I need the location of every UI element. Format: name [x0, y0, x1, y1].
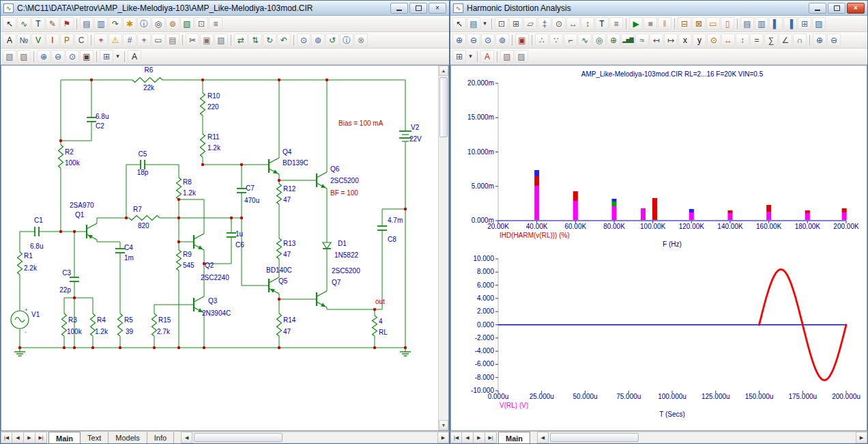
cascade-windows-icon[interactable]: ▨ [812, 17, 826, 30]
cursor-mode-icon[interactable]: ‡ [538, 17, 551, 30]
scroll-left-button[interactable]: ◀ [537, 432, 549, 443]
tab-models[interactable]: Models [108, 432, 147, 443]
info-circle-icon[interactable]: ⓘ [340, 33, 353, 46]
panel-list-icon[interactable]: ▤ [467, 17, 480, 30]
point-tag-icon[interactable]: ⊙ [552, 17, 566, 30]
tile-windows-icon[interactable]: ⊞ [798, 17, 811, 30]
text-tool-icon[interactable]: T [595, 17, 609, 30]
period-icon[interactable]: ∩ [793, 33, 807, 46]
close-button[interactable]: × [429, 3, 446, 14]
hscroll-track[interactable] [192, 432, 437, 443]
zoom-in-alt-icon[interactable]: ⊕ [813, 33, 826, 46]
grid-select-icon[interactable]: ⊞ [100, 50, 113, 63]
hscroll-track[interactable] [549, 432, 856, 443]
info-mode-icon[interactable]: ⓘ [137, 17, 151, 30]
close-button[interactable]: × [847, 3, 865, 14]
prev-page-button[interactable]: ◀ [12, 432, 24, 443]
analysis-options-icon[interactable]: ⊠ [692, 17, 706, 30]
slope-icon[interactable]: ∠ [779, 33, 792, 46]
copy-graph-icon[interactable]: ▣ [515, 33, 529, 46]
goto-y-icon[interactable]: y [693, 33, 706, 46]
zoom-area-icon[interactable]: ⊚ [495, 33, 509, 46]
paste-icon[interactable]: ▧ [214, 33, 228, 46]
scroll-down-button[interactable]: ▼ [439, 420, 448, 430]
scroll-right-button[interactable]: ▶ [856, 432, 867, 443]
select-tool-icon[interactable]: ↖ [452, 17, 466, 30]
crosshair-icon[interactable]: + [137, 33, 151, 46]
normalize-icon[interactable]: = [750, 33, 764, 46]
goto-x-icon[interactable]: x [678, 33, 692, 46]
grid-toggle-icon[interactable]: # [123, 33, 136, 46]
tag-point-icon[interactable]: ⊙ [707, 33, 721, 46]
data-points-icon[interactable]: ∴ [535, 33, 549, 46]
schematic-canvas[interactable]: +-R622kR10220R111.2k6.8uC2R2100kC518pR81… [1, 65, 449, 431]
pin-connections-icon[interactable]: + [94, 33, 108, 46]
split-vertical-icon[interactable]: ▥ [755, 17, 768, 30]
flag-tool-icon[interactable]: ⚑ [60, 17, 74, 30]
title-block-icon[interactable]: ▤ [166, 33, 179, 46]
scroll-left-button[interactable]: ◀ [181, 432, 192, 443]
first-page-button[interactable]: |◀ [450, 432, 462, 443]
zoom-fit-icon[interactable]: ⊙ [481, 33, 495, 46]
pane-left-icon[interactable]: ▌ [769, 17, 783, 30]
component-browser-icon[interactable]: ▤ [80, 17, 93, 30]
find-icon[interactable]: ⊙ [297, 33, 310, 46]
design-check-icon[interactable]: ⚠ [108, 33, 122, 46]
horizontal-tag-icon[interactable]: ↔ [566, 17, 580, 30]
copy-image-icon[interactable]: ▨ [515, 50, 528, 63]
copy-image-icon[interactable]: ▨ [17, 50, 31, 63]
zoom-in-icon[interactable]: ⊕ [37, 50, 50, 63]
zoom-out-icon[interactable]: ⊖ [51, 50, 65, 63]
mirror-horizontal-icon[interactable]: ⇄ [234, 33, 248, 46]
analysis-titlebar[interactable]: ∿ Harmonic Distortion Analysis × [450, 1, 867, 16]
mirror-vertical-icon[interactable]: ⇅ [248, 33, 262, 46]
last-page-button[interactable]: ▶| [485, 432, 497, 443]
zoom-out-icon[interactable]: ⊖ [467, 33, 480, 46]
tag-vertical-icon[interactable]: ↕ [736, 33, 749, 46]
cursor-left-icon[interactable]: ↤ [650, 33, 663, 46]
cursor-right-icon[interactable]: ↦ [664, 33, 678, 46]
ruler-icon[interactable]: ⌐ [564, 33, 577, 46]
maximize-button[interactable] [828, 3, 845, 14]
power-probe-icon[interactable]: P [60, 33, 74, 46]
analysis-limits-icon[interactable]: ⊟ [678, 17, 691, 30]
find-next-icon[interactable]: ⊚ [311, 33, 325, 46]
first-page-button[interactable]: |◀ [1, 432, 12, 443]
node-voltages-icon[interactable]: V [31, 33, 45, 46]
attribute-text-icon[interactable]: A [3, 33, 16, 46]
rotate-icon[interactable]: ↻ [263, 33, 276, 46]
run-icon[interactable]: ▶ [629, 17, 643, 30]
optimizer-icon[interactable]: ▯ [721, 17, 734, 30]
vscroll-track[interactable] [439, 76, 448, 420]
stepping-icon[interactable]: ▭ [706, 17, 720, 30]
zoom-out-alt-icon[interactable]: ⊖ [827, 33, 841, 46]
cut-icon[interactable]: ✂ [186, 33, 199, 46]
vscroll-thumb[interactable] [439, 77, 448, 137]
text-tool-icon[interactable]: T [31, 17, 45, 30]
hscroll-thumb[interactable] [194, 433, 283, 442]
prev-page-button[interactable]: ◀ [462, 432, 474, 443]
tab-text[interactable]: Text [81, 432, 108, 443]
annotation-a-icon[interactable]: A [128, 50, 141, 63]
refresh-icon[interactable]: ↺ [326, 33, 339, 46]
zoom-full-icon[interactable]: ⊙ [66, 50, 79, 63]
select-tool-icon[interactable]: ↖ [3, 17, 16, 30]
next-page-button[interactable]: ▶ [24, 432, 35, 443]
paste-image-icon[interactable]: ▧ [500, 50, 514, 63]
analysis-hscroll[interactable]: ◀ ▶ [537, 432, 867, 443]
condition-display-icon[interactable]: C [74, 33, 88, 46]
dropdown-caret-icon[interactable]: ▾ [467, 50, 474, 63]
sum-icon[interactable]: ∑ [764, 33, 778, 46]
scroll-up-button[interactable]: ▲ [439, 66, 448, 76]
tab-info[interactable]: Info [147, 432, 174, 443]
paint-tool-icon[interactable]: ✱ [123, 17, 136, 30]
minimize-button[interactable] [809, 3, 826, 14]
node-numbers-icon[interactable]: № [17, 33, 31, 46]
schematic-titlebar[interactable]: ∿ C:\MC11\DATA\Petrov\AMP_Like-Melodiya-… [1, 1, 449, 16]
smith-chart-icon[interactable]: ◎ [592, 33, 606, 46]
region-select-icon[interactable]: ⊡ [194, 17, 208, 30]
zoom-mode-icon[interactable]: ⊞ [509, 17, 523, 30]
redo-icon[interactable]: ↷ [108, 17, 122, 30]
vertical-tag-icon[interactable]: ↕ [581, 17, 594, 30]
pane-right-icon[interactable]: ▐ [783, 17, 797, 30]
